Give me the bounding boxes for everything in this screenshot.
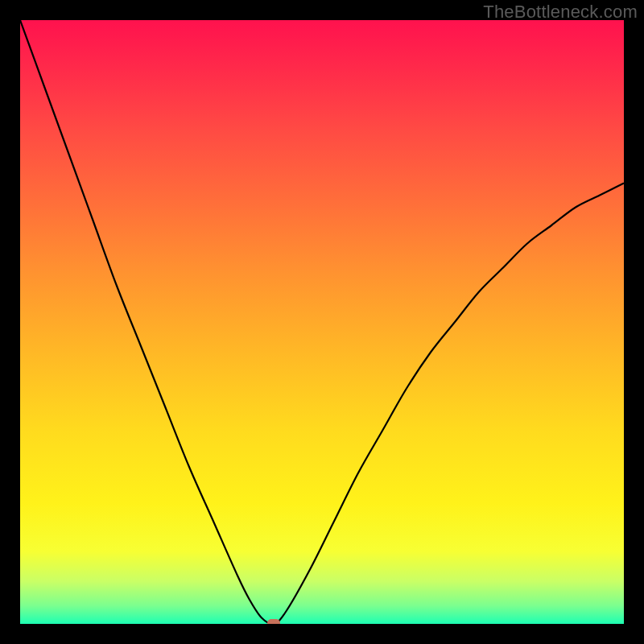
plot-area (20, 20, 624, 624)
minimum-marker (267, 619, 280, 624)
bottleneck-curve (20, 20, 624, 624)
chart-frame: TheBottleneck.com (0, 0, 644, 644)
